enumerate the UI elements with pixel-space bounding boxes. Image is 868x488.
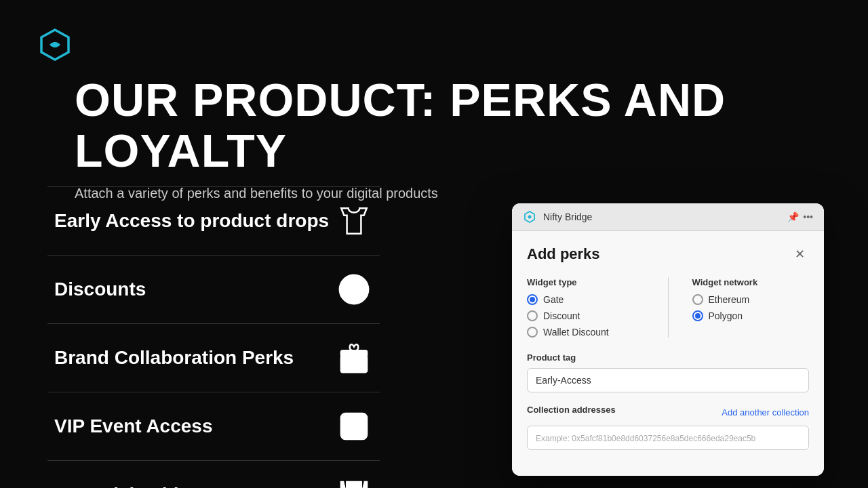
radio-polygon[interactable]: Polygon (692, 310, 810, 321)
nifty-bridge-icon (523, 210, 536, 224)
perk-item-free-claimables[interactable]: Free Claimables (47, 460, 380, 488)
shirt-icon (335, 202, 373, 240)
svg-point-9 (528, 216, 532, 219)
collection-addresses-label: Collection addresses (527, 405, 616, 415)
perk-item-vip-event[interactable]: VIP Event Access (47, 392, 380, 460)
widget-titlebar: Nifty Bridge 📌 ••• (512, 203, 824, 231)
perk-item-discounts[interactable]: Discounts (47, 255, 380, 323)
gift-icon (335, 339, 373, 377)
add-collection-link[interactable]: Add another collection (722, 407, 809, 418)
perk-item-early-access[interactable]: Early Access to product drops (47, 186, 380, 255)
widget-network-radio-group: Ethereum Polygon (692, 294, 810, 321)
titlebar-actions: 📌 ••• (787, 211, 813, 222)
form-divider (668, 277, 669, 338)
widget-type-label: Widget type (527, 277, 644, 287)
perk-label-discounts: Discounts (54, 279, 146, 300)
collection-addresses-field: Collection addresses Add another collect… (527, 405, 809, 450)
discount-icon (335, 270, 373, 308)
widget-titlebar-name: Nifty Bridge (543, 211, 781, 222)
radio-polygon-circle (692, 310, 703, 321)
radio-discount[interactable]: Discount (527, 310, 644, 321)
radio-ethereum[interactable]: Ethereum (692, 294, 810, 305)
perk-item-brand-collab[interactable]: Brand Collaboration Perks (47, 323, 380, 392)
radio-ethereum-label: Ethereum (709, 294, 750, 305)
collection-address-input[interactable] (527, 426, 809, 450)
perk-label-vip-event: VIP Event Access (54, 415, 212, 437)
perk-list: Early Access to product drops Discounts … (47, 186, 380, 488)
radio-wallet-discount-label: Wallet Discount (543, 327, 609, 338)
star-badge-icon (335, 407, 373, 445)
logo (37, 27, 73, 65)
page-title: OUR PRODUCT: PERKS AND LOYALTY (75, 75, 793, 176)
radio-gate-label: Gate (543, 294, 564, 305)
widget-network-col: Widget network Ethereum Polygon (692, 277, 810, 338)
product-tag-input[interactable] (527, 368, 809, 392)
product-tag-field: Product tag (527, 352, 809, 392)
radio-discount-circle (527, 310, 538, 321)
widget-header: Add perks ✕ (527, 245, 809, 264)
perk-label-brand-collab: Brand Collaboration Perks (54, 347, 294, 369)
perk-label-free-claimables: Free Claimables (54, 484, 200, 488)
svg-point-1 (52, 42, 58, 47)
pin-icon[interactable]: 📌 (787, 211, 799, 222)
close-button[interactable]: ✕ (790, 245, 809, 264)
perk-label-early-access: Early Access to product drops (54, 210, 329, 232)
heading-area: OUR PRODUCT: PERKS AND LOYALTY Attach a … (75, 75, 793, 201)
widget-type-col: Widget type Gate Discount Wallet (527, 277, 644, 338)
radio-gate-circle (527, 294, 538, 305)
product-tag-label: Product tag (527, 352, 809, 363)
widget-network-label: Widget network (692, 277, 810, 287)
trophy-icon (335, 476, 373, 488)
widget-type-network-row: Widget type Gate Discount Wallet (527, 277, 809, 338)
widget-body: Add perks ✕ Widget type Gate Discount (512, 231, 824, 476)
widget-title: Add perks (527, 245, 600, 263)
collection-label-row: Collection addresses Add another collect… (527, 405, 809, 420)
radio-gate[interactable]: Gate (527, 294, 644, 305)
radio-discount-label: Discount (543, 310, 580, 321)
radio-wallet-discount-circle (527, 327, 538, 338)
widget-type-radio-group: Gate Discount Wallet Discount (527, 294, 644, 338)
radio-wallet-discount[interactable]: Wallet Discount (527, 327, 644, 338)
widget-panel: Nifty Bridge 📌 ••• Add perks ✕ Widget ty… (512, 203, 824, 476)
radio-polygon-label: Polygon (709, 310, 743, 321)
radio-ethereum-circle (692, 294, 703, 305)
more-options-icon[interactable]: ••• (803, 211, 813, 222)
